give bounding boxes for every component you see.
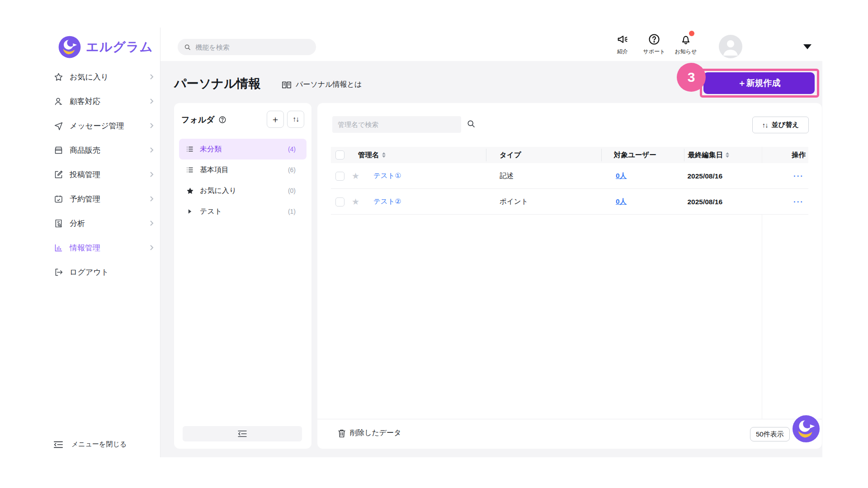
- referral-label: 紹介: [617, 48, 628, 56]
- favorite-star-icon[interactable]: ★: [352, 171, 359, 181]
- record-type: 記述: [500, 163, 514, 189]
- list-icon: [185, 166, 194, 174]
- row-checkbox[interactable]: [335, 197, 344, 206]
- chevron-right-icon: [150, 244, 154, 251]
- record-search-icon[interactable]: [467, 119, 476, 128]
- folder-item-test[interactable]: テスト (1): [179, 201, 307, 222]
- collapse-folder-panel-button[interactable]: [183, 426, 302, 441]
- chevron-right-icon: [150, 122, 154, 129]
- brand-logo[interactable]: エルグラム: [58, 35, 153, 59]
- record-type: ポイント: [500, 189, 528, 215]
- bell-icon: [679, 33, 693, 46]
- sort-folders-button[interactable]: ↑↓: [287, 111, 304, 128]
- sort-arrows-icon[interactable]: [382, 152, 386, 158]
- sidebar-item-reservation-management[interactable]: 予約管理: [53, 191, 154, 207]
- support-button[interactable]: サポート: [640, 33, 669, 56]
- record-users-link[interactable]: 0人: [616, 171, 627, 181]
- sort-arrows-icon[interactable]: [726, 152, 729, 158]
- table-footer: 削除したデータ 50件表示: [317, 419, 822, 449]
- floating-brand-icon[interactable]: [792, 415, 820, 443]
- folder-item-favorites[interactable]: お気に入り (0): [179, 180, 307, 201]
- calendar-icon: [53, 194, 63, 204]
- search-icon: [184, 43, 191, 51]
- record-date: 2025/08/16: [687, 163, 722, 189]
- annotation-step-badge: 3: [677, 63, 706, 92]
- folder-item-basic[interactable]: 基本項目 (6): [179, 160, 307, 180]
- deleted-data-link[interactable]: 削除したデータ: [338, 428, 401, 438]
- add-folder-button[interactable]: ＋: [267, 111, 284, 128]
- brand-bird-icon: [58, 35, 81, 59]
- collapse-menu-icon: [53, 441, 63, 449]
- help-circle-icon: [647, 33, 661, 46]
- record-users-link[interactable]: 0人: [616, 197, 627, 206]
- folder-list: 未分類 (4) 基本項目 (6) お気に入り (0): [179, 139, 307, 222]
- sidebar-item-logout[interactable]: ログアウト: [53, 264, 154, 280]
- record-name-link[interactable]: テスト①: [373, 171, 401, 181]
- column-header-actions: 操作: [775, 147, 822, 163]
- referral-button[interactable]: 紹介: [608, 33, 637, 56]
- support-label: サポート: [643, 48, 665, 56]
- table-row: ★ テスト② ポイント 0人 2025/08/16 ···: [331, 189, 808, 215]
- select-all-checkbox[interactable]: [335, 150, 344, 160]
- sidebar-item-information-management[interactable]: 情報管理: [53, 239, 154, 256]
- notifications-button[interactable]: お知らせ: [671, 33, 700, 56]
- column-header-users: 対象ユーザー: [614, 147, 656, 163]
- edit-icon: [53, 169, 63, 179]
- avatar-person-icon: [719, 35, 742, 58]
- row-actions-menu[interactable]: ···: [793, 172, 804, 181]
- sort-records-button[interactable]: ↑↓ 並び替え: [752, 117, 809, 133]
- menu-close-button[interactable]: メニューを閉じる: [53, 440, 127, 449]
- notifications-label: お知らせ: [675, 48, 697, 56]
- chevron-right-icon: [150, 171, 154, 178]
- page-size-button[interactable]: 50件表示: [750, 427, 790, 441]
- sidebar-nav: お気に入り 顧客対応 メッセージ管理 商品販売: [53, 69, 154, 280]
- sidebar-item-post-management[interactable]: 投稿管理: [53, 166, 154, 183]
- chevron-right-icon: [150, 196, 154, 202]
- folder-help-icon[interactable]: [218, 116, 226, 124]
- storefront-icon: [53, 145, 63, 155]
- folder-item-uncategorized[interactable]: 未分類 (4): [179, 139, 307, 160]
- column-header-type: タイプ: [500, 147, 521, 163]
- sidebar-item-customer-support[interactable]: 顧客対応: [53, 93, 154, 109]
- account-menu-caret[interactable]: [803, 44, 811, 49]
- chevron-right-icon: [150, 220, 154, 226]
- sidebar-item-analytics[interactable]: 分析: [53, 215, 154, 231]
- page-help-label: パーソナル情報とは: [296, 80, 362, 89]
- column-divider: [684, 149, 684, 161]
- row-checkbox[interactable]: [335, 172, 344, 181]
- record-name-link[interactable]: テスト②: [373, 197, 401, 206]
- bar-chart-icon: [53, 243, 63, 253]
- book-icon: [282, 81, 292, 89]
- row-actions-menu[interactable]: ···: [793, 197, 804, 206]
- global-search-input[interactable]: [195, 43, 310, 51]
- global-search[interactable]: [178, 39, 316, 55]
- folder-title: フォルダ: [181, 114, 215, 125]
- star-filled-icon: [185, 187, 194, 195]
- records-panel: ↑↓ 並び替え 管理名 タイプ 対象ユーザー 最終編集日 操作: [317, 103, 822, 449]
- column-header-name[interactable]: 管理名: [358, 147, 386, 163]
- sidebar-item-message-management[interactable]: メッセージ管理: [53, 117, 154, 134]
- sidebar-item-favorites[interactable]: お気に入り: [53, 69, 154, 85]
- table-header: 管理名 タイプ 対象ユーザー 最終編集日 操作: [331, 147, 808, 163]
- sort-arrows-glyph: ↑↓: [762, 121, 768, 129]
- column-divider: [486, 149, 486, 161]
- menu-close-label: メニューを閉じる: [71, 440, 127, 449]
- favorite-star-icon[interactable]: ★: [352, 197, 359, 207]
- page-title: パーソナル情報: [174, 75, 261, 92]
- page-help-link[interactable]: パーソナル情報とは: [282, 80, 362, 89]
- logout-icon: [53, 267, 63, 277]
- trash-icon: [338, 429, 346, 438]
- sidebar-item-product-sales[interactable]: 商品販売: [53, 142, 154, 158]
- record-search[interactable]: [332, 116, 461, 133]
- column-header-date[interactable]: 最終編集日: [688, 147, 730, 163]
- folder-count: (4): [288, 145, 296, 153]
- record-search-input[interactable]: [338, 121, 456, 128]
- main-content: パーソナル情報 パーソナル情報とは 3 ＋新規作成 フォルダ ＋ ↑↓ 未分類: [160, 61, 822, 457]
- user-avatar[interactable]: [719, 35, 742, 58]
- caret-right-icon: [185, 209, 194, 214]
- app-screen: エルグラム お気に入り 顧客対応 メッセージ管理: [0, 0, 868, 488]
- collapse-panel-icon: [237, 430, 247, 437]
- create-new-button[interactable]: ＋新規作成: [703, 72, 815, 94]
- chevron-right-icon: [150, 147, 154, 153]
- notification-dot: [689, 31, 694, 36]
